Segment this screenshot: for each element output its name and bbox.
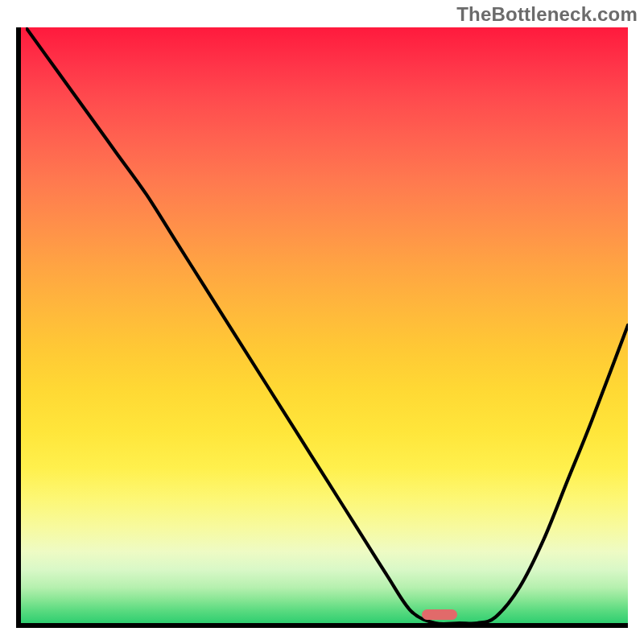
bottleneck-curve xyxy=(26,27,628,623)
watermark-text: TheBottleneck.com xyxy=(456,3,638,26)
plot-area xyxy=(16,27,628,628)
chart-container: TheBottleneck.com xyxy=(0,0,644,644)
optimal-marker xyxy=(422,609,457,620)
